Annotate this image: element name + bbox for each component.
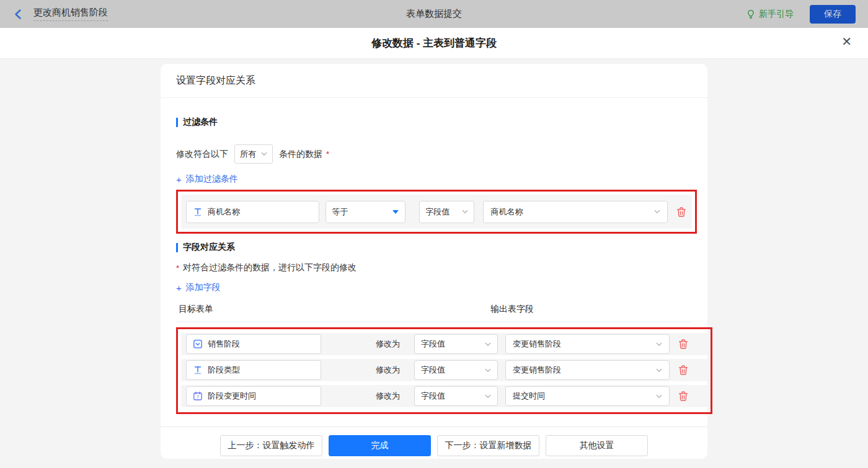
topbar: 更改商机销售阶段 表单数据提交 新手引导 保存	[0, 0, 868, 28]
match-mode-select[interactable]: 所有	[234, 144, 273, 164]
mapping-description: * 对符合过滤条件的数据，进行以下字段的修改	[176, 262, 692, 273]
chevron-down-icon	[654, 210, 660, 214]
back-icon[interactable]	[12, 8, 25, 20]
valuetype-select[interactable]: 字段值	[414, 386, 498, 406]
delete-mapping-button[interactable]	[678, 391, 689, 402]
dialog-title: 修改数据 - 主表到普通字段	[371, 36, 497, 50]
select-field-icon	[193, 339, 203, 349]
trash-icon	[678, 391, 689, 402]
filter-value-select[interactable]: 商机名称	[483, 201, 668, 223]
mapping-table-head: 目标表单 输出表字段	[176, 304, 692, 322]
target-field-input[interactable]: 销售阶段	[186, 334, 321, 354]
dialog-header: 修改数据 - 主表到普通字段 ✕	[0, 28, 868, 59]
prev-step-button[interactable]: 上一步：设置触发动作	[220, 435, 322, 456]
trash-icon	[678, 364, 689, 376]
lightbulb-icon	[746, 9, 756, 19]
mapping-row: 销售阶段 修改为 字段值 变更销售阶段	[181, 333, 707, 355]
modify-as-label: 修改为	[376, 391, 408, 402]
date-field-icon: 7	[193, 391, 203, 401]
delete-mapping-button[interactable]	[678, 338, 689, 350]
other-settings-button[interactable]: 其他设置	[546, 435, 648, 456]
delete-filter-button[interactable]	[676, 206, 687, 218]
filter-section-title: 过滤条件	[176, 117, 692, 128]
beginner-guide-label: 新手引导	[759, 9, 794, 20]
annotation-box-filter: 商机名称 等于 字段值 商机名称	[176, 190, 697, 234]
annotation-box-mapping: 销售阶段 修改为 字段值 变更销售阶段	[176, 327, 712, 414]
column-header-target: 目标表单	[179, 304, 213, 315]
chevron-down-icon	[656, 394, 662, 399]
svg-text:7: 7	[197, 395, 199, 399]
workflow-title[interactable]: 更改商机销售阶段	[33, 7, 108, 21]
chevron-down-icon	[462, 210, 468, 214]
valuetype-select[interactable]: 字段值	[414, 334, 498, 354]
filter-field-input[interactable]: 商机名称	[186, 201, 319, 223]
delete-mapping-button[interactable]	[678, 364, 689, 376]
beginner-guide-link[interactable]: 新手引导	[746, 9, 794, 20]
modify-as-label: 修改为	[376, 338, 408, 350]
match-prefix-label: 修改符合以下	[176, 149, 228, 160]
add-filter-condition-link[interactable]: + 添加过滤条件	[176, 174, 238, 185]
page-title: 表单数据提交	[0, 8, 868, 20]
mapping-section-title: 字段对应关系	[176, 242, 692, 253]
footer-buttons: 上一步：设置触发动作 完成 下一步：设置新增数据 其他设置	[161, 427, 707, 456]
section-accent-bar	[176, 118, 178, 127]
save-button[interactable]: 保存	[810, 5, 856, 24]
trash-icon	[678, 338, 689, 350]
caret-down-icon	[392, 210, 399, 214]
column-header-output: 输出表字段	[490, 304, 534, 315]
plus-icon: +	[176, 174, 182, 185]
chevron-down-icon	[485, 368, 491, 373]
filter-match-line: 修改符合以下 所有 条件的数据 *	[176, 144, 692, 164]
mapping-row: 阶段类型 修改为 字段值 变更销售阶段	[181, 359, 707, 381]
required-asterisk: *	[176, 263, 179, 273]
match-suffix-label: 条件的数据	[279, 149, 322, 160]
filter-valuetype-select[interactable]: 字段值	[419, 201, 474, 223]
valuetype-select[interactable]: 字段值	[414, 360, 498, 380]
chevron-down-icon	[485, 342, 491, 347]
target-field-input[interactable]: 阶段类型	[186, 360, 321, 380]
trash-icon	[676, 206, 687, 218]
plus-icon: +	[176, 283, 182, 293]
output-field-select[interactable]: 变更销售阶段	[505, 360, 670, 380]
settings-card: 设置字段对应关系 过滤条件 修改符合以下 所有 条件的数据 * + 添加过滤条件	[161, 64, 707, 459]
filter-condition-row: 商机名称 等于 字段值 商机名称	[181, 195, 692, 229]
filter-field-value: 商机名称	[208, 206, 240, 218]
modify-as-label: 修改为	[376, 364, 408, 376]
dialog-body: 设置字段对应关系 过滤条件 修改符合以下 所有 条件的数据 * + 添加过滤条件	[0, 64, 868, 468]
output-field-select[interactable]: 变更销售阶段	[505, 334, 670, 354]
mapping-row: 7 阶段变更时间 修改为 字段值 提交时间	[181, 385, 707, 407]
done-button[interactable]: 完成	[329, 435, 431, 456]
target-field-value: 销售阶段	[208, 338, 240, 350]
output-field-select[interactable]: 提交时间	[505, 386, 670, 406]
add-field-link[interactable]: + 添加字段	[176, 282, 221, 293]
chevron-down-icon	[485, 394, 491, 399]
target-field-value: 阶段类型	[208, 364, 240, 376]
card-header: 设置字段对应关系	[161, 64, 707, 98]
card-title: 设置字段对应关系	[176, 74, 255, 87]
target-field-input[interactable]: 7 阶段变更时间	[186, 386, 321, 406]
text-field-icon	[193, 365, 203, 375]
next-step-button[interactable]: 下一步：设置新增数据	[437, 435, 539, 456]
close-icon[interactable]: ✕	[841, 35, 852, 48]
text-field-icon	[193, 207, 203, 217]
chevron-down-icon	[656, 368, 662, 373]
chevron-down-icon	[656, 342, 662, 347]
required-asterisk: *	[326, 149, 329, 159]
filter-operator-select[interactable]: 等于	[326, 201, 406, 223]
chevron-down-icon	[261, 152, 267, 156]
target-field-value: 阶段变更时间	[208, 391, 256, 402]
section-accent-bar	[176, 243, 178, 252]
